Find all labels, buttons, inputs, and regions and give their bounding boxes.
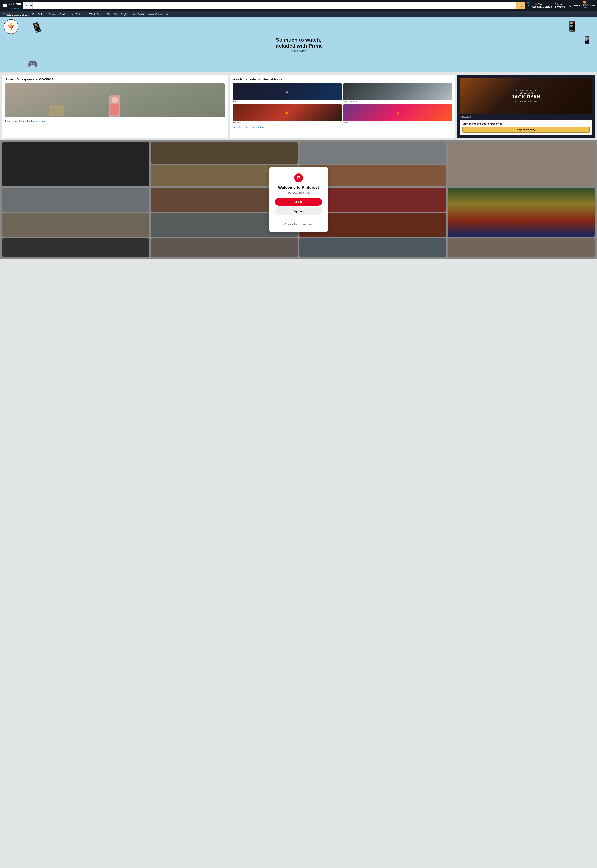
hero-content: So much to watch, included with Prime pr… bbox=[274, 37, 322, 53]
amazon-nav-bar: 📍 Hello Select your address Best Sellers… bbox=[0, 11, 597, 18]
cards-row: Amazon's response to COVID-19 Learn more… bbox=[0, 73, 597, 140]
pinterest-overlay: P Welcome to Pinterest Find new ideas to… bbox=[0, 140, 597, 259]
lang-chevron-icon: ▾ bbox=[527, 7, 529, 9]
amazon-header: amazon ▔▔▔▔▔▔ Try Prime All 🔍 🌐 EN ▾ bbox=[0, 0, 597, 18]
sign-in-title: Sign in for the best experience bbox=[462, 122, 590, 125]
try-prime-nav-label: Try Prime ▾ bbox=[567, 4, 580, 7]
remote-decoration: 📱 bbox=[30, 20, 44, 34]
nav-link-find-gift[interactable]: Find a Gift bbox=[105, 12, 119, 16]
amazon-section: amazon ▔▔▔▔▔▔ Try Prime All 🔍 🌐 EN ▾ bbox=[0, 0, 597, 140]
pinterest-login-button[interactable]: Log in bbox=[275, 198, 322, 205]
amazon-original-label: AMAZON ORIGINAL bbox=[512, 89, 540, 91]
pinterest-section: P Welcome to Pinterest Find new ideas to… bbox=[0, 140, 597, 259]
controller-decoration: 🎮 bbox=[28, 59, 38, 69]
header-right: 🌐 EN ▾ Hello, Sign in Account & Lists ▾ … bbox=[526, 1, 595, 9]
hero-brand: prime video bbox=[274, 49, 322, 53]
watch-now-label: WATCH NOW | prime video bbox=[512, 101, 540, 103]
bloodshot-thumbnail: 💪 bbox=[233, 104, 342, 121]
hamburger-menu-button[interactable] bbox=[2, 4, 7, 7]
amazon-try-prime-label: Try Prime bbox=[11, 7, 19, 9]
phone-decoration: 📱 bbox=[582, 36, 591, 45]
address-hello: Hello bbox=[6, 12, 29, 14]
account-menu[interactable]: Hello, Sign in Account & Lists ▾ bbox=[532, 3, 552, 8]
amazon-arrow-icon: ▔▔▔▔▔▔ bbox=[10, 6, 19, 7]
nav-link-best-sellers[interactable]: Best Sellers bbox=[31, 12, 46, 16]
hero-banner: 🍿 📱 🎮 📱 📱 So much to watch, included wit… bbox=[0, 18, 597, 73]
jack-ryan-card: AMAZON ORIGINAL TOM CLANCY'S JACK RYAN W… bbox=[457, 75, 595, 138]
wayback-thumbnail: 👤 bbox=[343, 83, 452, 100]
hero-subheadline: included with Prime bbox=[274, 43, 322, 49]
jack-ryan-title: JACK RYAN bbox=[512, 94, 540, 100]
search-bar: All 🔍 bbox=[23, 2, 525, 9]
amazon-top-bar: amazon ▔▔▔▔▔▔ Try Prime All 🔍 🌐 EN ▾ bbox=[0, 0, 597, 11]
jack-ryan-image: AMAZON ORIGINAL TOM CLANCY'S JACK RYAN W… bbox=[460, 77, 592, 114]
trolls-title: Trolls bbox=[343, 121, 452, 124]
globe-icon: 🌐 bbox=[527, 1, 530, 4]
covid-image bbox=[5, 83, 225, 118]
returns-main-label: & Orders bbox=[555, 5, 565, 8]
sonic-title: Sonic bbox=[233, 100, 342, 103]
movie-item-sonic[interactable]: 🦔 Sonic bbox=[233, 83, 342, 103]
popcorn-decoration: 🍿 bbox=[4, 19, 18, 34]
sonic-thumbnail: 🦔 bbox=[233, 83, 342, 100]
movies-grid: 🦔 Sonic 👤 The Way Back 💪 Bloodshot 🎭 Tro… bbox=[233, 83, 452, 124]
language-label: EN bbox=[526, 4, 530, 7]
cart-label: Cart bbox=[590, 4, 595, 7]
search-button[interactable]: 🔍 bbox=[516, 2, 525, 9]
nav-link-new-releases[interactable]: New Releases bbox=[70, 12, 87, 16]
movie-item-trolls[interactable]: 🎭 Trolls bbox=[343, 104, 452, 124]
movie-item-bloodshot[interactable]: 💪 Bloodshot bbox=[233, 104, 342, 124]
pinterest-business-link[interactable]: Create a business account bbox=[284, 223, 313, 226]
account-main-label: Account & Lists ▾ bbox=[532, 5, 552, 8]
address-label: Select your address bbox=[6, 14, 29, 17]
nav-link-customer-service[interactable]: Customer Service bbox=[48, 12, 68, 16]
amazon-logo-text: amazon bbox=[9, 1, 21, 6]
nav-link-whole-foods[interactable]: Whole Foods bbox=[88, 12, 104, 16]
nav-link-sell[interactable]: Sell bbox=[165, 12, 171, 16]
search-category-select[interactable]: All bbox=[23, 2, 33, 9]
movie-item-wayback[interactable]: 👤 The Way Back bbox=[343, 83, 452, 103]
movies-card-title: Watch in-theater movies, at home bbox=[233, 77, 452, 81]
search-input[interactable] bbox=[33, 2, 516, 9]
tablet-decoration: 📱 bbox=[566, 20, 579, 32]
pinterest-p-letter: P bbox=[297, 175, 300, 181]
covid-card: Amazon's response to COVID-19 Learn more… bbox=[2, 75, 227, 138]
nav-link-registry[interactable]: Registry bbox=[120, 12, 131, 16]
sign-in-button[interactable]: Sign in securely bbox=[462, 127, 590, 133]
pinterest-modal-title: Welcome to Pinterest bbox=[275, 185, 322, 190]
pinterest-logo-icon: P bbox=[294, 173, 303, 182]
returns-menu[interactable]: Returns & Orders bbox=[555, 3, 565, 8]
hero-headline: So much to watch, bbox=[274, 37, 322, 43]
amazon-logo[interactable]: amazon ▔▔▔▔▔▔ Try Prime bbox=[9, 1, 21, 9]
cart-count-badge: 0 bbox=[583, 1, 586, 4]
pinterest-signup-button[interactable]: Sign up bbox=[275, 207, 322, 215]
try-prime-nav-button[interactable]: Try Prime ▾ bbox=[567, 4, 580, 7]
language-selector[interactable]: 🌐 EN ▾ bbox=[526, 1, 530, 9]
cart-button[interactable]: 🛒 0 Cart bbox=[583, 3, 595, 9]
trolls-thumbnail: 🎭 bbox=[343, 104, 452, 121]
address-selector[interactable]: 📍 Hello Select your address bbox=[2, 12, 29, 17]
nav-link-gift-cards[interactable]: Gift Cards bbox=[132, 12, 145, 16]
account-hello: Hello, Sign in bbox=[532, 3, 552, 5]
returns-top-label: Returns bbox=[555, 3, 565, 5]
ad-feedback-link[interactable]: Ad feedback bbox=[460, 116, 592, 118]
pinterest-modal: P Welcome to Pinterest Find new ideas to… bbox=[269, 167, 328, 232]
wayback-title: The Way Back bbox=[343, 100, 452, 103]
nav-link-amazon-basics[interactable]: AmazonBasics bbox=[146, 12, 164, 16]
movies-see-more-link[interactable]: See what's new to rent or buy bbox=[233, 126, 452, 128]
covid-learn-more-link[interactable]: Learn more at blog.aboutamazon.com bbox=[5, 120, 46, 122]
movies-card: Watch in-theater movies, at home 🦔 Sonic… bbox=[230, 75, 455, 138]
sign-in-section: Sign in for the best experience Sign in … bbox=[460, 120, 592, 135]
show-name-label: TOM CLANCY'S bbox=[512, 92, 540, 94]
bloodshot-title: Bloodshot bbox=[233, 121, 342, 124]
pinterest-modal-subtitle: Find new ideas to try bbox=[275, 191, 322, 194]
covid-card-title: Amazon's response to COVID-19 bbox=[5, 77, 225, 81]
